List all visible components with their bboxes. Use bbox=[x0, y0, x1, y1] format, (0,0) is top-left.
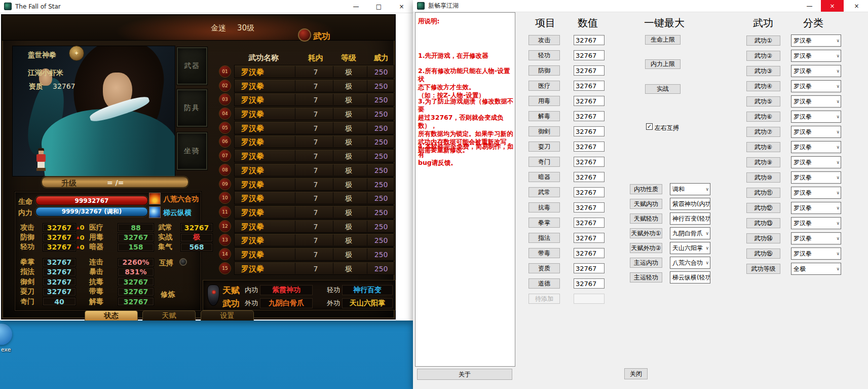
skill-table-row[interactable]: 02 罗汉拳 7 极 250 bbox=[216, 79, 395, 92]
item-button[interactable]: 抗毒 bbox=[529, 202, 560, 213]
close-icon[interactable] bbox=[845, 0, 868, 12]
equip-slot-mount[interactable]: 坐骑 bbox=[176, 132, 208, 170]
talent-select[interactable]: 八荒六合功 ∨ bbox=[670, 257, 710, 269]
skill-category-select[interactable]: 罗汉拳 ∨ bbox=[791, 34, 841, 47]
dual-wield-radio[interactable] bbox=[179, 258, 187, 266]
talent-outer-art-2[interactable]: 天山六阳掌 bbox=[342, 298, 393, 308]
talent-set-button[interactable]: 天赋轻功 bbox=[630, 214, 662, 224]
skill-category-select[interactable]: 罗汉拳 ∨ bbox=[791, 141, 841, 153]
item-button[interactable]: 御剑 bbox=[529, 126, 560, 136]
about-button[interactable]: 关于 bbox=[417, 369, 512, 380]
talent-select[interactable]: 调和 ∨ bbox=[670, 183, 710, 195]
item-button[interactable]: 带毒 bbox=[529, 248, 560, 258]
skill-category-select[interactable]: 罗汉拳 ∨ bbox=[791, 126, 841, 138]
talent-set-button[interactable]: 主运内功 bbox=[630, 258, 662, 268]
skill-slot-button[interactable]: 武功⑨ bbox=[746, 157, 780, 167]
max-mp-button[interactable]: 内力上限 bbox=[645, 59, 681, 69]
skill-table-row[interactable]: 10 罗汉拳 7 极 250 bbox=[216, 191, 395, 204]
item-button[interactable]: 道德 bbox=[529, 278, 560, 289]
skill-table-row[interactable]: 06 罗汉拳 7 极 250 bbox=[216, 135, 395, 148]
value-input[interactable] bbox=[574, 142, 605, 152]
item-button[interactable]: 武常 bbox=[529, 187, 560, 197]
skill-category-select[interactable]: 罗汉拳 ∨ bbox=[791, 95, 841, 108]
skill-category-select[interactable]: 罗汉拳 ∨ bbox=[791, 202, 841, 214]
skill-table-row[interactable]: 09 罗汉拳 7 极 250 bbox=[216, 178, 395, 191]
talent-select[interactable]: 梯云纵横(轻功) ∨ bbox=[670, 271, 710, 284]
skill-category-select[interactable]: 罗汉拳 ∨ bbox=[791, 232, 841, 244]
skill-category-select[interactable]: 罗汉拳 ∨ bbox=[791, 217, 841, 229]
skill-category-select[interactable]: 罗汉拳 ∨ bbox=[791, 156, 841, 168]
value-input[interactable] bbox=[574, 65, 605, 76]
value-input[interactable] bbox=[574, 248, 605, 258]
skill-slot-button[interactable]: 武功⑥ bbox=[746, 112, 780, 122]
value-input[interactable] bbox=[574, 81, 605, 91]
max-hp-button[interactable]: 生命上限 bbox=[645, 35, 681, 45]
item-button[interactable]: 用毒 bbox=[529, 96, 560, 106]
item-button[interactable]: 待添加 bbox=[529, 294, 560, 304]
upgrade-bar[interactable]: 升级 = /= bbox=[42, 176, 188, 188]
close-trainer-button[interactable]: 关闭 bbox=[624, 368, 648, 379]
skill-category-select[interactable]: 罗汉拳 ∨ bbox=[791, 65, 841, 77]
minimize-icon[interactable] bbox=[345, 0, 367, 13]
skill-table-row[interactable]: 11 罗汉拳 7 极 250 bbox=[216, 205, 395, 219]
skill-slot-button[interactable]: 武功① bbox=[746, 36, 780, 46]
value-input[interactable] bbox=[574, 278, 605, 289]
skill-slot-button[interactable]: 武功⑦ bbox=[746, 127, 780, 137]
combat-button[interactable]: 实战 bbox=[645, 84, 681, 94]
talent-select[interactable]: 神行百变(轻功) ∨ bbox=[670, 213, 710, 225]
talent-set-button[interactable]: 天赋外功① bbox=[630, 228, 662, 238]
item-button[interactable]: 防御 bbox=[529, 65, 560, 76]
value-input[interactable] bbox=[574, 157, 605, 167]
skill-category-select[interactable]: 罗汉拳 ∨ bbox=[791, 111, 841, 123]
maximize-icon[interactable] bbox=[367, 0, 390, 13]
skill-table-row[interactable]: 03 罗汉拳 7 极 250 bbox=[216, 93, 395, 106]
item-button[interactable]: 攻击 bbox=[529, 35, 560, 45]
skill-table-row[interactable]: 12 罗汉拳 7 极 250 bbox=[216, 220, 395, 233]
skill-table-row[interactable]: 14 罗汉拳 7 极 250 bbox=[216, 247, 395, 261]
skill-slot-button[interactable]: 武功⑬ bbox=[746, 218, 780, 228]
value-input[interactable] bbox=[574, 96, 605, 106]
value-input[interactable] bbox=[574, 172, 605, 182]
close-icon[interactable] bbox=[821, 0, 844, 12]
skill-grade-button[interactable]: 武功等级 bbox=[746, 264, 780, 274]
value-input[interactable] bbox=[574, 35, 605, 45]
skill-slot-button[interactable]: 武功④ bbox=[746, 81, 780, 91]
value-input[interactable] bbox=[574, 126, 605, 136]
skill-slot-button[interactable]: 武功⑩ bbox=[746, 172, 780, 183]
skill-table-row[interactable]: 13 罗汉拳 7 极 250 bbox=[216, 233, 395, 246]
medal-icon[interactable]: ✦ bbox=[69, 46, 84, 61]
skill-slot-button[interactable]: 武功③ bbox=[746, 66, 780, 76]
equip-slot-weapon[interactable]: 武器 bbox=[176, 47, 208, 85]
item-button[interactable]: 指法 bbox=[529, 233, 560, 243]
desktop-shortcut-icon[interactable] bbox=[0, 324, 12, 345]
item-button[interactable]: 拳掌 bbox=[529, 218, 560, 228]
skill-category-select[interactable]: 罗汉拳 ∨ bbox=[791, 80, 841, 92]
desktop-shortcut-label[interactable]: exe bbox=[1, 346, 11, 353]
skill-grade-select[interactable]: 全极 ∨ bbox=[791, 263, 841, 275]
talent-select[interactable]: 九阴白骨爪 ∨ bbox=[670, 227, 710, 239]
value-input[interactable] bbox=[574, 50, 605, 60]
skill-slot-button[interactable]: 武功⑤ bbox=[746, 96, 780, 107]
dual-wield-checkbox[interactable]: ✓ bbox=[646, 123, 653, 130]
skill-slot-button[interactable]: 武功⑭ bbox=[746, 233, 780, 243]
value-input[interactable] bbox=[574, 218, 605, 228]
item-button[interactable]: 耍刀 bbox=[529, 142, 560, 152]
value-input[interactable] bbox=[574, 187, 605, 197]
talent-set-button[interactable]: 天赋外功② bbox=[630, 243, 662, 253]
skill-category-select[interactable]: 罗汉拳 ∨ bbox=[791, 171, 841, 184]
minimize-icon[interactable] bbox=[798, 0, 821, 12]
item-button[interactable]: 资质 bbox=[529, 263, 560, 273]
item-button[interactable]: 医疗 bbox=[529, 81, 560, 91]
skill-table-row[interactable]: 08 罗汉拳 7 极 250 bbox=[216, 163, 395, 176]
value-input[interactable] bbox=[574, 263, 605, 273]
lightness-art-icon[interactable] bbox=[149, 206, 161, 218]
skill-category-select[interactable]: 罗汉拳 ∨ bbox=[791, 50, 841, 62]
talent-outer-art-1[interactable]: 九阴白骨爪 bbox=[260, 298, 313, 308]
skill-category-select[interactable]: 罗汉拳 ∨ bbox=[791, 247, 841, 260]
skill-slot-button[interactable]: 武功⑫ bbox=[746, 203, 780, 213]
tab-status[interactable]: 状态 bbox=[85, 310, 138, 321]
value-input[interactable] bbox=[574, 202, 605, 213]
skill-table-row[interactable]: 05 罗汉拳 7 极 250 bbox=[216, 121, 395, 134]
talent-set-button[interactable]: 内功性质 bbox=[630, 184, 662, 194]
value-input[interactable] bbox=[574, 294, 605, 304]
